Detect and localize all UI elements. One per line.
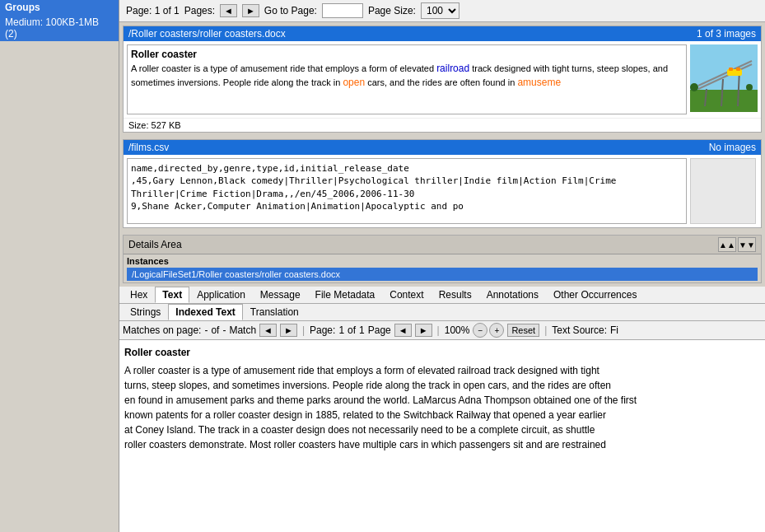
groups-header: Groups bbox=[0, 0, 119, 15]
main-area: Page: 1 of 1 Pages: ◄ ► Go to Page: Page… bbox=[119, 0, 765, 532]
text-source-val: Fi bbox=[610, 324, 618, 336]
pagesize-select[interactable]: 100 50 200 bbox=[421, 2, 459, 19]
tab-text[interactable]: Text bbox=[155, 287, 189, 303]
result-card-roller: /Roller coasters/roller coasters.docx 1 … bbox=[123, 26, 762, 133]
details-label: Details Area bbox=[128, 239, 182, 250]
page-total: 1 bbox=[359, 324, 365, 336]
goto-label: Go to Page: bbox=[264, 5, 317, 16]
svg-rect-9 bbox=[736, 68, 740, 71]
subtab-indexed-text[interactable]: Indexed Text bbox=[168, 304, 242, 320]
result-card-films: /films.csv No images name,directed_by,ge… bbox=[123, 139, 762, 228]
pagesize-label: Page Size: bbox=[368, 5, 416, 16]
result-card-header-films[interactable]: /films.csv No images bbox=[124, 140, 761, 155]
sep2: | bbox=[437, 324, 440, 336]
reset-button[interactable]: Reset bbox=[507, 324, 539, 337]
instances-path[interactable]: /LogicalFileSet1/Roller coasters/roller … bbox=[127, 268, 758, 281]
pages-label: Pages: bbox=[184, 5, 215, 16]
page-next-button-text[interactable]: ► bbox=[415, 324, 432, 337]
result-content-roller: A roller coaster is a type of amusement … bbox=[131, 62, 683, 90]
page-prev-button-text[interactable]: ◄ bbox=[394, 324, 412, 337]
tab-other-occurrences[interactable]: Other Occurrences bbox=[546, 287, 644, 303]
sep1: | bbox=[302, 324, 305, 336]
result-path-films: /films.csv bbox=[128, 142, 169, 153]
subtab-strings[interactable]: Strings bbox=[123, 304, 168, 320]
medium-group-item[interactable]: Medium: 100KB-1MB (2) bbox=[0, 15, 119, 41]
details-area: Details Area ▲▲ ▼▼ Instances /LogicalFil… bbox=[123, 235, 762, 283]
result-card-body-roller: Roller coaster A roller coaster is a typ… bbox=[124, 41, 761, 118]
result-content-films: name,directed_by,genre,type,id,initial_r… bbox=[131, 162, 683, 213]
tab-application[interactable]: Application bbox=[189, 287, 253, 303]
top-toolbar: Page: 1 of 1 Pages: ◄ ► Go to Page: Page… bbox=[119, 0, 765, 22]
tab-annotations[interactable]: Annotations bbox=[479, 287, 546, 303]
text-source-label: Text Source: bbox=[552, 324, 607, 336]
result-image-films bbox=[690, 158, 758, 224]
matches-on-page-label: Matches on page: bbox=[123, 324, 201, 336]
sep3: | bbox=[544, 324, 547, 336]
svg-rect-8 bbox=[729, 68, 733, 71]
text-content-area: Roller coaster A roller coaster is a typ… bbox=[119, 340, 765, 532]
result-text-box-roller: Roller coaster A roller coaster is a typ… bbox=[127, 44, 687, 114]
instances-label: Instances bbox=[127, 256, 758, 266]
zoom-controls: − + bbox=[473, 323, 504, 338]
text-toolbar: Matches on page: - of - Match ◄ ► | Page… bbox=[119, 321, 765, 340]
dash1: - bbox=[204, 324, 208, 336]
svg-point-11 bbox=[746, 84, 753, 91]
left-panel: Groups Medium: 100KB-1MB (2) bbox=[0, 0, 119, 532]
zoom-label: 100% bbox=[445, 324, 470, 336]
result-title-roller: Roller coaster bbox=[131, 49, 683, 60]
result-image-roller bbox=[690, 44, 758, 114]
page-info: Page: 1 of 1 bbox=[126, 5, 180, 16]
page-label: Page: bbox=[310, 324, 335, 336]
tab-results[interactable]: Results bbox=[431, 287, 479, 303]
dash2: - bbox=[222, 324, 226, 336]
details-header: Details Area ▲▲ ▼▼ bbox=[124, 236, 761, 254]
result-card-header-roller[interactable]: /Roller coasters/roller coasters.docx 1 … bbox=[124, 26, 761, 41]
svg-rect-1 bbox=[690, 90, 758, 112]
page-prev-button[interactable]: ◄ bbox=[220, 4, 237, 17]
result-card-body-films: name,directed_by,genre,type,id,initial_r… bbox=[124, 155, 761, 227]
tab-file-metadata[interactable]: File Metadata bbox=[308, 287, 383, 303]
text-content-title: Roller coaster bbox=[124, 345, 760, 360]
details-nav-up-button[interactable]: ▲▲ bbox=[718, 237, 736, 252]
results-area: /Roller coasters/roller coasters.docx 1 … bbox=[119, 22, 765, 532]
goto-input[interactable] bbox=[322, 3, 363, 18]
svg-point-10 bbox=[690, 83, 698, 91]
zoom-in-button[interactable]: + bbox=[489, 323, 504, 338]
match-next-button[interactable]: ► bbox=[280, 324, 297, 337]
details-nav-down-button[interactable]: ▼▼ bbox=[738, 237, 756, 252]
subtab-translation[interactable]: Translation bbox=[243, 304, 306, 320]
zoom-out-button[interactable]: − bbox=[473, 323, 487, 338]
details-nav-buttons: ▲▲ ▼▼ bbox=[718, 237, 756, 252]
tabs-row: Hex Text Application Message File Metada… bbox=[119, 287, 765, 304]
tab-hex[interactable]: Hex bbox=[123, 287, 155, 303]
page-word: Page bbox=[368, 324, 391, 336]
result-text-box-films: name,directed_by,genre,type,id,initial_r… bbox=[127, 158, 687, 224]
page-val: 1 bbox=[338, 324, 344, 336]
result-path-roller: /Roller coasters/roller coasters.docx bbox=[128, 28, 286, 40]
result-image-count-films: No images bbox=[709, 142, 756, 153]
of-label: of bbox=[211, 324, 219, 336]
text-content-body: A roller coaster is a type of amusement … bbox=[124, 363, 760, 452]
instances-section: Instances /LogicalFileSet1/Roller coaste… bbox=[124, 254, 761, 282]
subtabs-row: Strings Indexed Text Translation bbox=[119, 304, 765, 321]
tab-context[interactable]: Context bbox=[382, 287, 431, 303]
result-image-count-roller: 1 of 3 images bbox=[697, 28, 756, 40]
result-footer-roller: Size: 527 KB bbox=[124, 118, 761, 132]
match-prev-button[interactable]: ◄ bbox=[259, 324, 277, 337]
of2-label: of bbox=[348, 324, 356, 336]
match-label: Match bbox=[229, 324, 256, 336]
result-text-roller: Roller coaster A roller coaster is a typ… bbox=[131, 49, 683, 90]
page-next-button[interactable]: ► bbox=[242, 4, 259, 17]
tab-message[interactable]: Message bbox=[253, 287, 308, 303]
